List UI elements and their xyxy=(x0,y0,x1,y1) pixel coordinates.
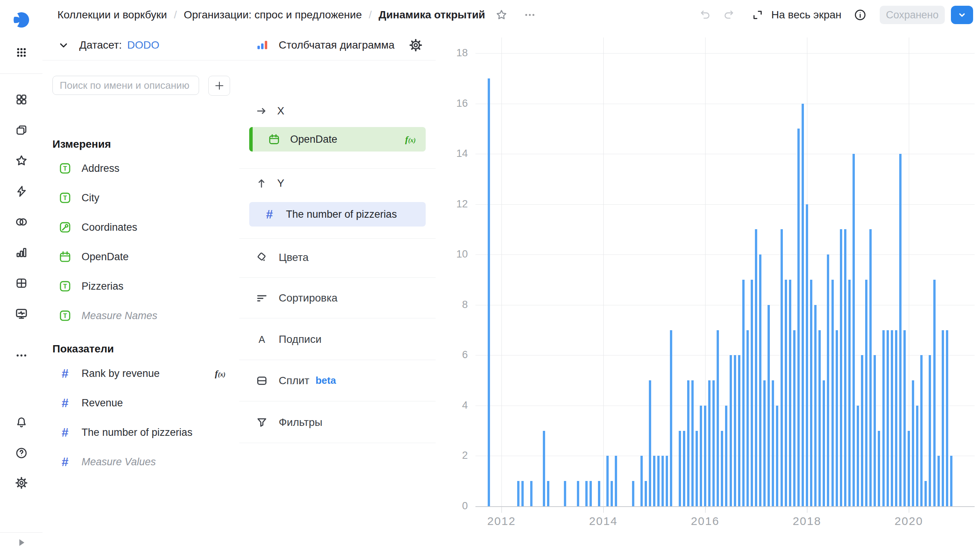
bar[interactable] xyxy=(679,431,681,506)
bar[interactable] xyxy=(547,481,549,506)
breadcrumb-collections[interactable]: Коллекции и воркбуки xyxy=(57,9,167,21)
bar[interactable] xyxy=(802,104,804,506)
bar[interactable] xyxy=(827,254,829,506)
breadcrumb-workbook[interactable]: Организации: спрос и предложение xyxy=(184,9,362,21)
dimension-row-address[interactable]: T Address xyxy=(52,156,229,181)
bar[interactable] xyxy=(683,431,685,506)
bar[interactable] xyxy=(738,355,740,506)
bar[interactable] xyxy=(929,355,931,506)
bar[interactable] xyxy=(878,431,880,506)
bar[interactable] xyxy=(611,481,613,506)
bar[interactable] xyxy=(781,229,783,506)
section-labels[interactable]: A Подписи xyxy=(239,319,436,359)
bar[interactable] xyxy=(585,481,588,506)
bar[interactable] xyxy=(797,129,800,506)
chart-type-label[interactable]: Столбчатая диаграмма xyxy=(279,39,395,51)
bar[interactable] xyxy=(768,305,770,506)
bar[interactable] xyxy=(869,229,872,506)
bar[interactable] xyxy=(640,456,643,506)
bar[interactable] xyxy=(590,481,592,506)
bar[interactable] xyxy=(899,154,902,506)
bar[interactable] xyxy=(772,380,774,506)
sidebar-item-datasets[interactable] xyxy=(15,215,28,229)
bar[interactable] xyxy=(704,406,706,506)
bar[interactable] xyxy=(564,481,566,506)
bar[interactable] xyxy=(844,229,846,506)
bar[interactable] xyxy=(662,456,664,506)
section-filters[interactable]: Фильтры xyxy=(239,402,436,442)
bar[interactable] xyxy=(746,330,749,506)
bar[interactable] xyxy=(857,406,859,506)
sidebar-item-favorites[interactable] xyxy=(15,154,28,168)
bar[interactable] xyxy=(818,330,821,506)
bar[interactable] xyxy=(950,456,952,506)
bar[interactable] xyxy=(882,330,885,506)
bar[interactable] xyxy=(696,431,698,506)
bar[interactable] xyxy=(912,380,914,506)
bar[interactable] xyxy=(924,481,927,506)
bar[interactable] xyxy=(895,330,897,506)
bar[interactable] xyxy=(517,481,519,506)
bar[interactable] xyxy=(717,330,719,506)
bar[interactable] xyxy=(649,380,651,506)
expand-rail-icon[interactable] xyxy=(16,538,26,548)
x-field-pill-opendate[interactable]: OpenDate f(x) xyxy=(249,127,426,152)
section-sorting[interactable]: Сортировка xyxy=(239,278,436,318)
bar[interactable] xyxy=(785,280,787,506)
bar[interactable] xyxy=(687,380,689,506)
info-icon[interactable] xyxy=(854,8,867,21)
bar[interactable] xyxy=(632,481,634,506)
more-actions-icon[interactable] xyxy=(524,9,536,21)
bar[interactable] xyxy=(806,204,808,506)
bar[interactable] xyxy=(853,154,855,506)
favorite-star-icon[interactable] xyxy=(495,8,508,21)
bar[interactable] xyxy=(759,254,761,506)
field-search-input[interactable] xyxy=(52,76,199,95)
bar[interactable] xyxy=(657,456,660,506)
bar[interactable] xyxy=(712,380,715,506)
bar[interactable] xyxy=(823,380,825,506)
bar[interactable] xyxy=(530,481,532,506)
bar[interactable] xyxy=(721,431,723,506)
measure-row-rank-by-revenue[interactable]: # Rank by revenue f(x) xyxy=(52,361,229,386)
bar[interactable] xyxy=(916,406,918,506)
sidebar-item-monitoring[interactable] xyxy=(15,307,28,321)
redo-icon[interactable] xyxy=(722,9,735,21)
bar[interactable] xyxy=(730,355,732,506)
bar[interactable] xyxy=(942,330,944,506)
open-fullscreen-icon[interactable] xyxy=(751,9,764,21)
save-options-button[interactable] xyxy=(951,6,973,24)
sidebar-item-collections[interactable] xyxy=(15,124,28,137)
dataset-name-link[interactable]: DODO xyxy=(127,39,159,51)
dimension-row-coordinates[interactable]: Coordinates xyxy=(52,215,229,240)
bar[interactable] xyxy=(836,330,838,506)
sidebar-more-icon[interactable] xyxy=(15,349,28,362)
bar[interactable] xyxy=(814,305,817,506)
bar[interactable] xyxy=(598,481,600,506)
bar[interactable] xyxy=(725,406,727,506)
sidebar-item-charts[interactable] xyxy=(15,246,28,259)
notifications-bell-icon[interactable] xyxy=(15,416,28,429)
bar[interactable] xyxy=(488,78,490,506)
bar[interactable] xyxy=(708,380,710,506)
bar[interactable] xyxy=(670,330,672,506)
bar[interactable] xyxy=(946,330,948,506)
bar[interactable] xyxy=(521,481,524,506)
bar[interactable] xyxy=(691,380,694,506)
bar[interactable] xyxy=(861,355,863,506)
dimension-row-city[interactable]: T City xyxy=(52,186,229,210)
bar[interactable] xyxy=(891,330,893,506)
dimension-row-pizzerias[interactable]: T Pizzerias xyxy=(52,274,229,298)
bar[interactable] xyxy=(776,406,778,506)
bar[interactable] xyxy=(615,456,617,506)
help-icon[interactable] xyxy=(15,447,28,460)
bar[interactable] xyxy=(755,229,757,506)
y-field-pill-number-of-pizzerias[interactable]: # The number of pizzerias xyxy=(249,202,426,227)
bar[interactable] xyxy=(700,406,702,506)
bar[interactable] xyxy=(543,431,545,506)
measure-row-revenue[interactable]: # Revenue xyxy=(52,391,229,415)
dimension-row-opendate[interactable]: OpenDate xyxy=(52,245,229,269)
bar[interactable] xyxy=(831,280,834,506)
settings-gear-icon[interactable] xyxy=(15,476,28,489)
bar[interactable] xyxy=(848,280,851,506)
